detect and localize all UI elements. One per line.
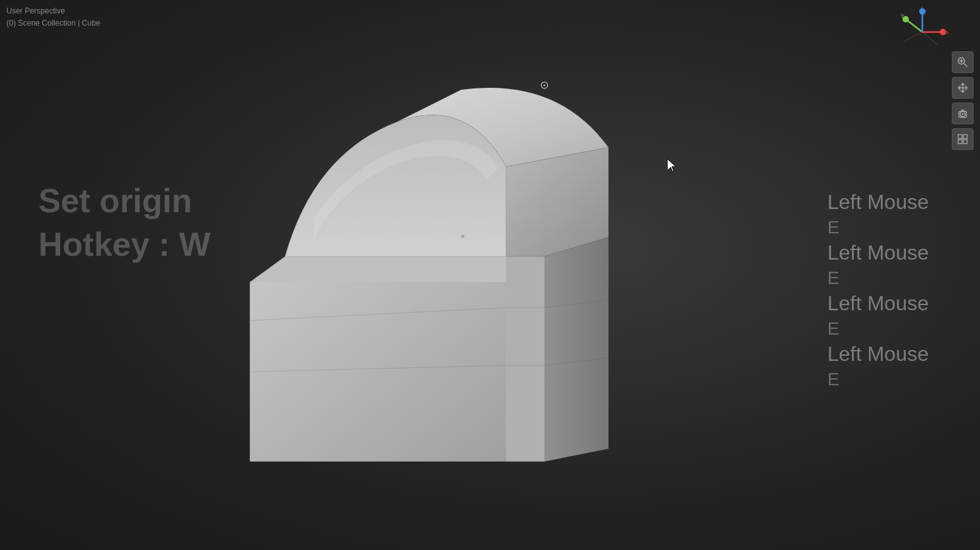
grid-icon xyxy=(957,133,968,145)
zoom-tool-button[interactable] xyxy=(952,51,974,73)
action-log-entry-1: Left Mouse xyxy=(828,189,929,215)
overlay-line2: Hotkey : W xyxy=(38,223,211,267)
pan-icon xyxy=(957,82,968,94)
origin-indicator xyxy=(540,81,549,90)
action-log-key-2: E xyxy=(828,267,929,289)
action-log-action-3: Left Mouse xyxy=(828,292,929,315)
svg-text:Y: Y xyxy=(901,13,904,19)
svg-text:Z: Z xyxy=(920,6,924,10)
svg-line-26 xyxy=(922,32,938,45)
viewport-info: User Perspective (0) Scene Collection | … xyxy=(6,5,101,29)
action-log-entry-2: Left Mouse xyxy=(828,240,929,265)
svg-marker-3 xyxy=(250,256,506,282)
pan-tool-button[interactable] xyxy=(952,77,974,99)
action-log-key-1: E xyxy=(828,216,929,238)
svg-rect-40 xyxy=(963,140,967,144)
collection-label: (0) Scene Collection | Cube xyxy=(6,17,101,29)
svg-marker-1 xyxy=(506,256,544,462)
svg-marker-18 xyxy=(667,159,676,172)
action-log-action-1: Left Mouse xyxy=(828,190,929,213)
action-log: Left Mouse E Left Mouse E Left Mouse E L… xyxy=(828,189,929,392)
svg-marker-0 xyxy=(544,237,608,462)
svg-point-35 xyxy=(962,113,964,115)
camera-icon xyxy=(957,108,968,119)
svg-rect-39 xyxy=(958,140,962,144)
camera-tool-button[interactable] xyxy=(952,103,974,124)
svg-line-25 xyxy=(903,32,922,42)
3d-viewport[interactable]: User Perspective (0) Scene Collection | … xyxy=(0,0,980,550)
perspective-label: User Perspective xyxy=(6,5,101,17)
svg-rect-37 xyxy=(958,135,962,138)
overlay-line1: Set origin xyxy=(38,179,211,223)
svg-text:X: X xyxy=(945,29,948,36)
action-log-action-4: Left Mouse xyxy=(828,342,929,365)
svg-marker-2 xyxy=(250,256,506,462)
svg-point-17 xyxy=(544,85,546,87)
svg-line-31 xyxy=(964,63,967,67)
right-toolbar xyxy=(952,51,974,150)
3d-mesh xyxy=(186,38,660,500)
action-log-key-3: E xyxy=(828,317,929,340)
action-log-entry-4: Left Mouse xyxy=(828,341,929,367)
action-log-action-2: Left Mouse xyxy=(828,241,929,264)
action-log-entry-3: Left Mouse xyxy=(828,290,929,316)
mouse-cursor xyxy=(667,159,678,173)
center-dot xyxy=(461,235,464,238)
action-log-key-4: E xyxy=(828,368,929,390)
grid-tool-button[interactable] xyxy=(952,128,974,150)
overlay-hint-text: Set origin Hotkey : W xyxy=(38,179,211,266)
zoom-icon xyxy=(957,56,968,68)
svg-rect-38 xyxy=(963,135,967,138)
axis-gizmo: X Y Z xyxy=(897,6,948,58)
